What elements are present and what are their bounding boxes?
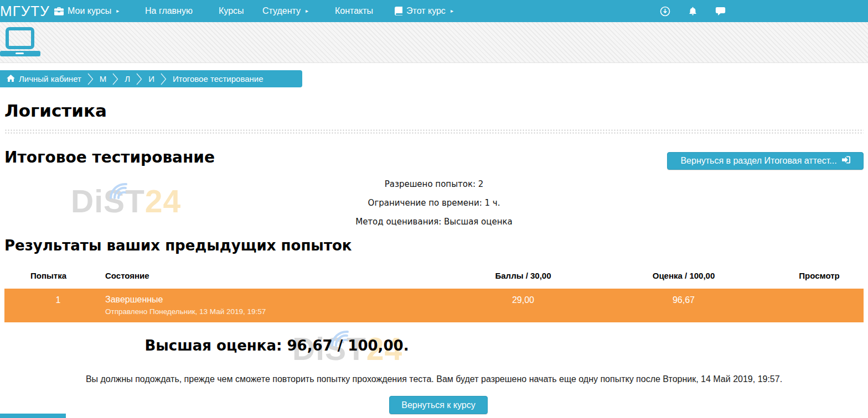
quiz-title: Итоговое тестирование: [4, 148, 215, 166]
header-banner: [0, 22, 868, 63]
nav-item-label: Контакты: [335, 0, 373, 22]
nav-item-home[interactable]: На главную: [145, 0, 193, 22]
nav-item-label: Этот курс: [406, 0, 446, 22]
col-header-attempt: Попытка: [30, 271, 66, 280]
nav-item-contacts[interactable]: Контакты: [335, 0, 373, 22]
sign-in-icon: [842, 156, 850, 166]
chevron-right-icon: [87, 73, 94, 85]
breadcrumb-item-course[interactable]: Л: [125, 74, 130, 83]
attempt-number-cell: 1: [30, 295, 86, 305]
nav-item-this-course[interactable]: Этот курс ▸: [395, 0, 453, 22]
chevron-right-icon: [136, 73, 142, 85]
breadcrumb: Личный кабинет М Л И Итоговое тестирован…: [0, 70, 302, 87]
download-circle-icon[interactable]: [660, 6, 670, 17]
chevron-right-icon: [112, 73, 118, 85]
quiz-info-grademethod: Метод оценивания: Высшая оценка: [0, 217, 868, 227]
breadcrumb-label: Личный кабинет: [19, 74, 81, 83]
results-heading: Результаты ваших предыдущих попыток: [4, 237, 352, 254]
button-label: Вернуться в раздел Итоговая аттест...: [680, 156, 836, 166]
navbar-icon-group: [660, 0, 726, 22]
chat-icon[interactable]: [715, 7, 726, 16]
quiz-info-attempts: Разрешено попыток: 2: [0, 179, 868, 189]
wait-message: Вы должны подождать, прежде чем сможете …: [0, 374, 868, 384]
caret-icon: ▸: [306, 0, 308, 22]
nav-item-label: Курсы: [219, 0, 244, 22]
button-label: Вернуться к курсу: [401, 400, 475, 410]
attempt-marks-cell: 29,00: [440, 295, 606, 305]
book-icon: [395, 7, 402, 15]
footer-strip: [0, 414, 66, 418]
back-to-course-button[interactable]: Вернуться к курсу: [389, 396, 488, 414]
page-title: Логистика: [4, 101, 107, 121]
breadcrumb-item-category[interactable]: М: [100, 74, 107, 83]
top-navbar: МГУТУ Мои курсы ▸ На главную Курсы Студе…: [0, 0, 868, 22]
col-header-review: Просмотр: [736, 271, 868, 280]
attempt-grade-cell: 96,67: [601, 295, 767, 305]
attempt-table-row: 1 Завершенные Отправлено Понедельник, 13…: [4, 289, 864, 322]
home-icon: [7, 74, 15, 83]
quiz-info-timelimit: Ограничение по времени: 1 ч.: [0, 198, 868, 208]
chevron-right-icon: [161, 73, 167, 85]
back-to-section-button[interactable]: Вернуться в раздел Итоговая аттест...: [667, 152, 864, 170]
attempt-submitted-cell: Отправлено Понедельник, 13 Май 2019, 19:…: [105, 307, 266, 316]
nav-item-my-courses[interactable]: Мои курсы ▸: [54, 0, 119, 22]
caret-icon: ▸: [116, 0, 119, 22]
breadcrumb-item-quiz[interactable]: Итоговое тестирование: [173, 74, 264, 83]
brand-logo[interactable]: МГУТУ: [0, 0, 50, 22]
nav-item-courses[interactable]: Курсы: [219, 0, 244, 22]
nav-item-label: Студенту: [262, 0, 301, 22]
briefcase-icon: [54, 7, 64, 15]
nav-item-student[interactable]: Студенту ▸: [262, 0, 308, 22]
breadcrumb-item-section[interactable]: И: [148, 74, 154, 83]
col-header-marks: Баллы / 30,00: [440, 271, 606, 280]
final-grade-text: Высшая оценка: 96,67 / 100,00.: [0, 337, 554, 354]
dotted-divider: [4, 129, 864, 135]
breadcrumb-item-dashboard[interactable]: Личный кабинет: [7, 74, 81, 83]
nav-item-label: На главную: [145, 0, 193, 22]
attempt-state-cell: Завершенные: [105, 295, 163, 305]
caret-icon: ▸: [451, 0, 453, 22]
bell-icon[interactable]: [688, 7, 698, 16]
nav-item-label: Мои курсы: [68, 0, 111, 22]
col-header-state: Состояние: [105, 271, 149, 280]
